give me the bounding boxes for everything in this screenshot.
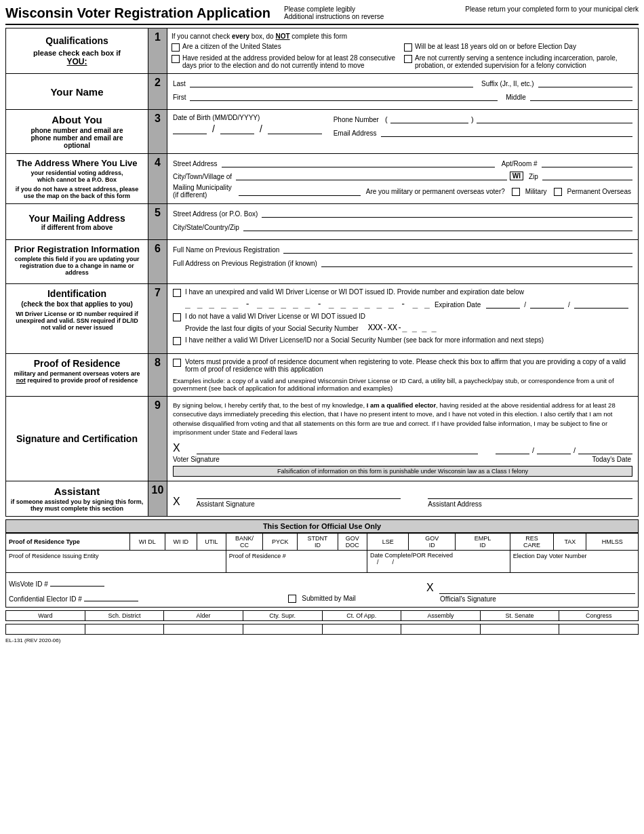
date-month[interactable] <box>496 445 529 454</box>
apt-field[interactable] <box>542 158 632 167</box>
util-col: UTIL <box>197 534 226 551</box>
id-checkbox-1[interactable] <box>173 289 181 297</box>
por-checkbox[interactable] <box>173 359 181 367</box>
congress-value[interactable] <box>559 624 638 634</box>
assistant-label: Assistant if someone assisted you by sig… <box>6 481 148 517</box>
section-num-6: 6 <box>148 240 167 284</box>
cty-supr-cell: Cty. Supr. <box>243 611 323 620</box>
section-num-1: 1 <box>148 28 167 74</box>
mail-city-row: City/State/Country/Zip <box>173 222 632 231</box>
phone-number[interactable] <box>477 114 632 123</box>
id-item-1: I have an unexpired and valid WI Driver … <box>173 288 632 309</box>
official-sig-section: X Official's Signature <box>426 582 635 603</box>
st-senate-value[interactable] <box>481 624 560 634</box>
res-care-col: RESCARE <box>510 534 553 551</box>
sch-district-value[interactable] <box>85 624 165 634</box>
por-item: Voters must provide a proof of residence… <box>173 358 632 373</box>
middle-name-field[interactable] <box>530 92 632 101</box>
lse-col: LSE <box>367 534 409 551</box>
mailing-address-label: Your Mailing Address if different from a… <box>6 204 148 240</box>
id-number-row: _ _ _ _ _ - _ _ _ _ _ - _ _ _ _ _ _ - _ … <box>185 298 628 309</box>
ct-app-value[interactable] <box>323 624 402 634</box>
suffix-field[interactable] <box>538 78 632 87</box>
qual-item-3: Have resided at the address provided bel… <box>172 54 401 69</box>
dob-year[interactable] <box>268 125 322 134</box>
section-about-you: About You phone number and email are pho… <box>6 110 639 154</box>
proof-of-residence-content: Voters must provide a proof of residence… <box>167 354 639 397</box>
first-name-field[interactable] <box>190 92 498 101</box>
header-instructions: Please complete legibly Additional instr… <box>284 5 465 20</box>
submitted-section: Submitted by Mail <box>218 594 426 603</box>
name-last-row: Last Suffix (Jr., II, etc.) <box>173 78 632 87</box>
exp-month[interactable] <box>486 299 520 309</box>
section-proof-of-residence: Proof of Residence military and permanen… <box>6 354 639 397</box>
section-identification: Identification (check the box that appli… <box>6 284 639 354</box>
qualifications-label: Qualifications please check each box if … <box>6 28 148 74</box>
your-name-label: Your Name <box>6 74 148 110</box>
section-num-7: 7 <box>148 284 167 354</box>
dob-day[interactable] <box>220 125 254 134</box>
qual-checkbox-4[interactable] <box>404 55 412 63</box>
mail-city-field[interactable] <box>243 222 632 231</box>
qual-checkbox-3[interactable] <box>172 55 180 63</box>
wisvote-section: WisVote ID # Confidential Elector ID # <box>9 577 218 603</box>
confidential-id-field[interactable] <box>84 592 138 601</box>
overseas-checkbox[interactable] <box>554 188 562 196</box>
prior-name-field[interactable] <box>283 244 632 254</box>
id-checkbox-3[interactable] <box>173 337 181 345</box>
official-sig-field[interactable] <box>439 584 635 594</box>
dob-month[interactable] <box>173 125 207 134</box>
ward-value[interactable] <box>6 624 85 634</box>
assistant-row: X Assistant Signature Assistant Address <box>173 490 632 508</box>
official-use-header: This Section for Official Use Only <box>5 519 639 533</box>
exp-day[interactable] <box>530 299 564 309</box>
instruction2: Additional instructions on reverse <box>284 13 465 20</box>
alder-value[interactable] <box>164 624 243 634</box>
address-live-label: The Address Where You Live your resident… <box>6 154 148 204</box>
date-por-received: Date Complete/POR Received / / <box>367 551 510 573</box>
email-field[interactable] <box>381 127 632 137</box>
mailing-muni-field[interactable] <box>239 186 361 196</box>
street-address-field[interactable] <box>222 158 495 167</box>
identification-content: I have an unexpired and valid WI Driver … <box>167 284 639 354</box>
date-year[interactable] <box>578 445 632 454</box>
mail-street-field[interactable] <box>262 208 632 218</box>
congress-cell: Congress <box>559 611 638 620</box>
date-day[interactable] <box>537 445 571 454</box>
sch-district-cell: Sch. District <box>85 611 165 620</box>
qual-checkbox-1[interactable] <box>172 43 180 52</box>
qual-item-2: Will be at least 18 years old on or befo… <box>404 43 634 52</box>
exp-year[interactable] <box>574 299 628 309</box>
submitted-by-mail-checkbox[interactable] <box>288 595 296 603</box>
assistant-addr-field[interactable] <box>428 490 632 499</box>
footer-note: EL-131 (REV 2020-06) <box>5 637 639 643</box>
alder-cell: Alder <box>164 611 243 620</box>
military-checkbox[interactable] <box>512 188 520 196</box>
qual-checkbox-2[interactable] <box>404 43 412 52</box>
dob-section: Date of Birth (MM/DD/YYYY) / / <box>173 114 323 141</box>
city-field[interactable] <box>236 171 507 180</box>
phone-area[interactable] <box>390 114 468 123</box>
official-use-section: This Section for Official Use Only Proof… <box>5 519 639 635</box>
prior-name-row: Full Name on Previous Registration <box>173 244 632 254</box>
cty-supr-value[interactable] <box>243 624 323 634</box>
zip-field[interactable] <box>542 171 632 180</box>
gov-id-col: GOVID <box>409 534 456 551</box>
voter-signature-field[interactable] <box>197 445 479 454</box>
last-name-field[interactable] <box>190 78 473 87</box>
dob-row: / / <box>173 123 323 134</box>
ssn-row: Provide the last four digits of your Soc… <box>185 323 438 332</box>
header-return: Please return your completed form to you… <box>465 5 639 13</box>
wisvote-id-field[interactable] <box>50 577 104 587</box>
official-row-2: Proof of Residence Issuing Entity Proof … <box>6 551 639 573</box>
id-checkbox-2[interactable] <box>173 313 181 321</box>
official-row-1: Proof of Residence Type WI DL WI ID UTIL… <box>6 534 639 551</box>
city-row: City/Town/Village of WI Zip <box>173 171 632 180</box>
assistant-sig-field[interactable] <box>197 490 401 499</box>
assembly-value[interactable] <box>401 624 481 634</box>
election-day-voter-num: Election Day Voter Number <box>510 551 638 573</box>
por-issuing-entity: Proof of Residence Issuing Entity <box>6 551 226 573</box>
official-bottom: WisVote ID # Confidential Elector ID # S… <box>5 573 639 608</box>
id-item-2: I do not have a valid WI Driver License … <box>173 313 632 332</box>
prior-addr-field[interactable] <box>321 258 632 267</box>
